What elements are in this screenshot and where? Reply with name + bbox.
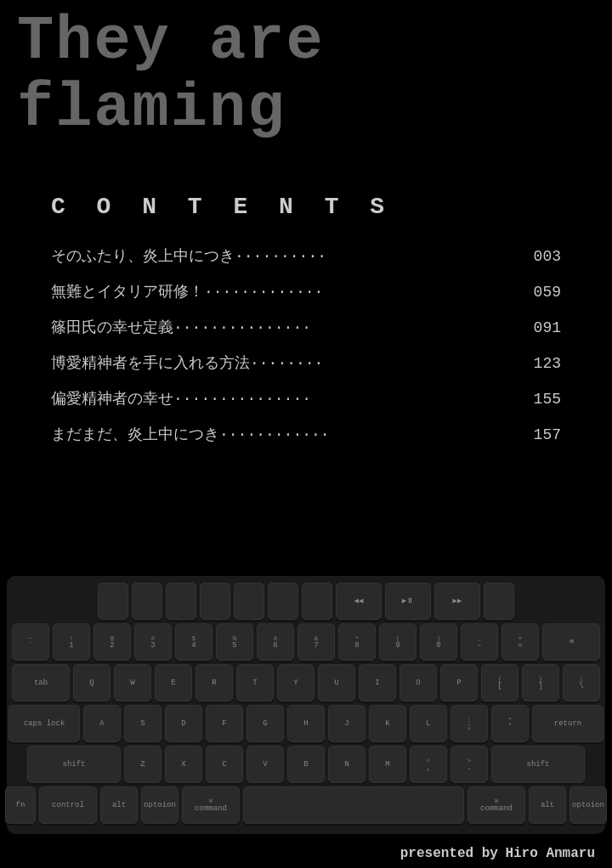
key-m[interactable]: M — [369, 746, 406, 783]
toc-dots-5: ··············· — [173, 391, 516, 408]
key-b[interactable]: B — [287, 746, 325, 783]
key-backspace[interactable]: ⌫ — [542, 623, 600, 661]
key-l[interactable]: L — [410, 705, 447, 742]
key-r[interactable]: R — [196, 664, 233, 702]
key-f[interactable]: F — [206, 705, 243, 742]
key-u[interactable]: U — [318, 664, 355, 702]
key-z[interactable]: Z — [124, 746, 162, 783]
key-option-right[interactable]: optoion — [570, 786, 607, 824]
key-empty6[interactable] — [268, 583, 298, 620]
toc-text-4: 博愛精神者を手に入れる方法 — [51, 352, 250, 373]
key-2[interactable]: @2 — [94, 623, 131, 661]
key-bracket-open[interactable]: {[ — [481, 664, 518, 702]
toc-page-1: 003 — [523, 248, 561, 265]
key-comma[interactable]: <, — [410, 746, 447, 783]
key-y[interactable]: Y — [277, 664, 314, 702]
key-empty2[interactable] — [132, 583, 162, 620]
key-o[interactable]: O — [400, 664, 437, 702]
key-fn[interactable]: fn — [5, 786, 36, 824]
key-7[interactable]: &7 — [298, 623, 335, 661]
key-p[interactable]: P — [440, 664, 478, 702]
key-control[interactable]: control — [39, 786, 97, 824]
key-space[interactable] — [243, 786, 464, 824]
key-playpause[interactable]: ▶⏸ — [385, 583, 431, 620]
toc-text-6: まだまだ、炎上中につき — [51, 424, 219, 444]
toc-item-5: 偏愛精神者の幸せ ··············· 155 — [51, 388, 561, 409]
key-9[interactable]: (9 — [379, 623, 416, 661]
toc-text-1: そのふたり、炎上中につき — [51, 245, 235, 266]
key-command-left[interactable]: ⌘command — [182, 786, 240, 824]
toc-text-2: 無難とイタリア研修！ — [51, 281, 204, 302]
key-d[interactable]: D — [165, 705, 202, 742]
key-return[interactable]: return — [532, 705, 604, 742]
key-backslash[interactable]: |\ — [563, 664, 600, 702]
key-g[interactable]: G — [246, 705, 284, 742]
toc-page-6: 157 — [523, 426, 561, 443]
key-empty7[interactable] — [302, 583, 332, 620]
key-0[interactable]: )0 — [420, 623, 457, 661]
key-alt-right[interactable]: alt — [529, 786, 566, 824]
key-empty8[interactable] — [484, 583, 514, 620]
toc-page-2: 059 — [523, 284, 561, 301]
contents-section: C O N T E N T S そのふたり、炎上中につき ·········· … — [0, 143, 612, 476]
key-quote[interactable]: "' — [491, 705, 529, 742]
toc-page-5: 155 — [523, 391, 561, 408]
key-empty3[interactable] — [166, 583, 196, 620]
key-s[interactable]: S — [124, 705, 162, 742]
key-empty4[interactable] — [200, 583, 230, 620]
author-name: Hiro Anmaru — [505, 846, 595, 861]
key-5[interactable]: %5 — [216, 623, 253, 661]
key-1[interactable]: !1 — [53, 623, 90, 661]
toc-page-4: 123 — [523, 355, 561, 372]
key-e[interactable]: E — [155, 664, 192, 702]
key-j[interactable]: J — [328, 705, 366, 742]
key-w[interactable]: W — [114, 664, 151, 702]
key-h[interactable]: H — [287, 705, 325, 742]
key-8[interactable]: *8 — [338, 623, 376, 661]
key-capslock[interactable]: caps lock — [8, 705, 80, 742]
key-equals[interactable]: += — [502, 623, 539, 661]
key-empty1[interactable] — [98, 583, 128, 620]
toc-dots-2: ············· — [204, 284, 516, 301]
toc-dots-1: ·········· — [235, 248, 516, 265]
toc-item-1: そのふたり、炎上中につき ·········· 003 — [51, 245, 561, 266]
key-q[interactable]: Q — [73, 664, 110, 702]
keyboard-row-zxcv: shift Z X C V B N M <, >. shift — [14, 746, 598, 783]
key-bracket-close[interactable]: }] — [522, 664, 559, 702]
key-k[interactable]: K — [369, 705, 406, 742]
key-n[interactable]: N — [328, 746, 366, 783]
toc-item-4: 博愛精神者を手に入れる方法 ········ 123 — [51, 352, 561, 373]
key-a[interactable]: A — [83, 705, 121, 742]
key-i[interactable]: I — [359, 664, 396, 702]
toc-item-2: 無難とイタリア研修！ ············· 059 — [51, 281, 561, 302]
key-v[interactable]: V — [246, 746, 284, 783]
key-rewind[interactable]: ◀◀ — [336, 583, 382, 620]
key-period[interactable]: >. — [450, 746, 488, 783]
toc-dots-6: ············ — [219, 426, 516, 443]
footer-credit: presented by Hiro Anmaru — [400, 846, 595, 861]
keyboard-row-asdf: caps lock A S D F G H J K L :; "' return — [14, 705, 598, 742]
key-command-right[interactable]: ⌘command — [468, 786, 525, 824]
key-t[interactable]: T — [236, 664, 274, 702]
key-option-left[interactable]: optoion — [141, 786, 178, 824]
key-tab[interactable]: tab — [12, 664, 70, 702]
key-forward[interactable]: ▶▶ — [434, 583, 480, 620]
key-shift-left[interactable]: shift — [27, 746, 121, 783]
keyboard-row-qwerty: tab Q W E R T Y U I O P {[ }] |\ — [14, 664, 598, 702]
key-4[interactable]: $4 — [175, 623, 212, 661]
toc-item-3: 篠田氏の幸せ定義 ··············· 091 — [51, 317, 561, 337]
key-c[interactable]: C — [206, 746, 243, 783]
key-alt-left[interactable]: alt — [100, 786, 138, 824]
key-semicolon[interactable]: :; — [450, 705, 488, 742]
toc-dots-3: ··············· — [173, 319, 516, 336]
main-title: They are flaming — [17, 8, 595, 143]
key-empty5[interactable] — [234, 583, 264, 620]
key-shift-right[interactable]: shift — [491, 746, 585, 783]
key-backtick[interactable]: ~` — [12, 623, 49, 661]
keyboard-section: ◀◀ ▶⏸ ▶▶ ~` !1 @2 #3 $4 %5 ∧6 &7 *8 (9 )… — [0, 576, 612, 834]
key-x[interactable]: X — [165, 746, 202, 783]
key-6[interactable]: ∧6 — [257, 623, 294, 661]
key-minus[interactable]: _- — [461, 623, 498, 661]
key-3[interactable]: #3 — [134, 623, 172, 661]
keyboard-row-bottom: fn control alt optoion ⌘command ⌘command… — [14, 786, 598, 824]
